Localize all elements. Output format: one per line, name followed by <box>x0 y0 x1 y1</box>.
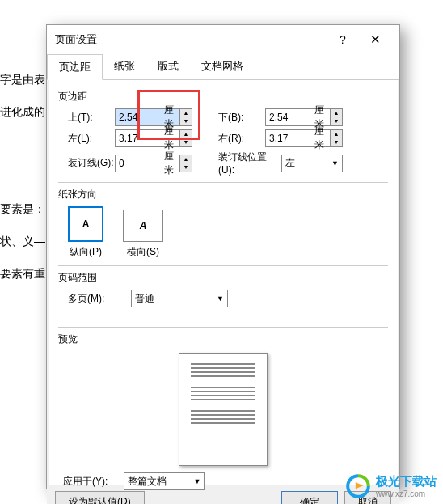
right-spinner[interactable]: 厘米 ▲▼ <box>265 129 343 147</box>
orientation-landscape[interactable]: A 横向(S) <box>123 206 163 259</box>
tab-strip: 页边距 纸张 版式 文档网格 <box>47 54 399 80</box>
tab-margin[interactable]: 页边距 <box>47 54 103 80</box>
spin-down-icon[interactable]: ▼ <box>180 117 192 125</box>
left-unit: 厘米 <box>164 125 179 152</box>
tab-content: 页边距 上(T): 厘米 ▲▼ 下(B): 厘米 ▲▼ 左(L): 厘米 ▲▼ <box>49 80 398 485</box>
group-preview-label: 预览 <box>58 332 388 346</box>
chevron-down-icon: ▼ <box>217 294 224 303</box>
spin-down-icon[interactable]: ▼ <box>180 163 192 172</box>
left-label: 左(L): <box>58 132 115 146</box>
multi-label: 多页(M): <box>58 292 115 306</box>
bg-text: 要素有重 <box>0 267 45 282</box>
left-input[interactable] <box>116 133 164 144</box>
orientation-portrait[interactable]: A 纵向(P) <box>68 206 103 259</box>
default-button[interactable]: 设为默认值(D) <box>55 491 145 504</box>
tab-grid[interactable]: 文档网格 <box>190 54 255 79</box>
spin-up-icon[interactable]: ▲ <box>180 155 192 163</box>
right-unit: 厘米 <box>314 125 330 152</box>
top-input[interactable] <box>116 112 164 123</box>
spin-down-icon[interactable]: ▼ <box>331 117 342 125</box>
logo-cn: 极光下载站 <box>376 474 437 489</box>
top-label: 上(T): <box>58 111 115 125</box>
top-spinner[interactable]: 厘米 ▲▼ <box>115 108 192 126</box>
landscape-label: 横向(S) <box>123 245 163 259</box>
preview-page <box>179 353 268 466</box>
apply-label: 应用于(Y): <box>63 475 108 489</box>
spin-up-icon[interactable]: ▲ <box>180 130 192 138</box>
portrait-glyph: A <box>82 218 90 230</box>
spin-up-icon[interactable]: ▲ <box>180 109 192 117</box>
gutter-pos-label: 装订线位置(U): <box>209 150 281 176</box>
watermark-logo: 极光下载站 www.xz7.com <box>345 473 437 499</box>
logo-icon <box>345 473 371 499</box>
gutter-input[interactable] <box>116 158 164 169</box>
tab-layout[interactable]: 版式 <box>146 54 190 79</box>
left-spinner[interactable]: 厘米 ▲▼ <box>115 129 192 147</box>
right-label: 右(R): <box>209 132 265 146</box>
bg-text: 进化成的 <box>0 105 45 120</box>
gutter-pos-select[interactable]: 左 ▼ <box>281 155 343 172</box>
multi-value: 普通 <box>135 292 154 306</box>
group-margin-label: 页边距 <box>58 90 388 104</box>
spin-up-icon[interactable]: ▲ <box>331 130 342 138</box>
spin-down-icon[interactable]: ▼ <box>180 138 192 146</box>
group-range-label: 页码范围 <box>58 271 388 285</box>
close-button[interactable]: ✕ <box>359 32 391 47</box>
bottom-input[interactable] <box>266 112 314 123</box>
chevron-down-icon: ▼ <box>331 159 339 167</box>
group-orient-label: 纸张方向 <box>58 188 388 201</box>
bg-text: 状、义— <box>0 235 45 249</box>
bg-text: 要素是： <box>0 202 45 217</box>
help-button[interactable]: ? <box>327 33 359 46</box>
bottom-label: 下(B): <box>209 111 265 125</box>
dialog-title: 页面设置 <box>55 32 327 47</box>
portrait-label: 纵向(P) <box>68 245 103 259</box>
ok-button[interactable]: 确定 <box>281 491 338 504</box>
logo-en: www.xz7.com <box>376 489 437 498</box>
apply-select[interactable]: 整篇文档 ▼ <box>124 472 205 490</box>
page-setup-dialog: 页面设置 ? ✕ 页边距 纸张 版式 文档网格 页边距 上(T): 厘米 ▲▼ … <box>46 24 400 489</box>
titlebar: 页面设置 ? ✕ <box>47 25 399 54</box>
apply-value: 整篇文档 <box>128 475 167 489</box>
gutter-spinner[interactable]: 厘米 ▲▼ <box>115 155 192 172</box>
multi-select[interactable]: 普通 ▼ <box>131 290 228 307</box>
gutter-unit: 厘米 <box>164 150 179 177</box>
gutter-label: 装订线(G): <box>58 156 115 170</box>
bg-text: 字是由表 <box>0 73 45 87</box>
spin-up-icon[interactable]: ▲ <box>331 109 342 117</box>
landscape-glyph: A <box>140 220 147 231</box>
tab-paper[interactable]: 纸张 <box>103 54 146 79</box>
gutter-pos-value: 左 <box>285 156 295 170</box>
chevron-down-icon: ▼ <box>193 477 200 485</box>
spin-down-icon[interactable]: ▼ <box>331 138 342 146</box>
right-input[interactable] <box>266 133 314 144</box>
bottom-spinner[interactable]: 厘米 ▲▼ <box>265 108 343 126</box>
